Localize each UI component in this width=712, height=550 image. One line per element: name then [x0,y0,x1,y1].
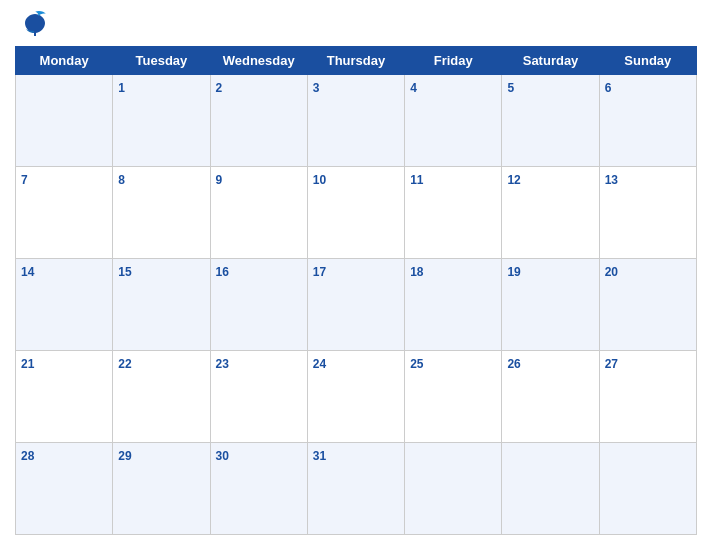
day-number: 6 [605,81,612,95]
calendar-week-2: 78910111213 [16,167,697,259]
calendar-header [15,10,697,38]
calendar-day-8: 8 [113,167,210,259]
day-number: 11 [410,173,423,187]
calendar-day-9: 9 [210,167,307,259]
day-number: 17 [313,265,326,279]
day-number: 12 [507,173,520,187]
day-number: 19 [507,265,520,279]
calendar-day-17: 17 [307,259,404,351]
day-number: 29 [118,449,131,463]
calendar-day-10: 10 [307,167,404,259]
calendar-day-18: 18 [405,259,502,351]
calendar-day-31: 31 [307,443,404,535]
weekday-header-friday: Friday [405,47,502,75]
day-number: 7 [21,173,28,187]
calendar-week-3: 14151617181920 [16,259,697,351]
day-number: 25 [410,357,423,371]
calendar-table: MondayTuesdayWednesdayThursdayFridaySatu… [15,46,697,535]
day-number: 23 [216,357,229,371]
calendar-week-4: 21222324252627 [16,351,697,443]
weekday-header-monday: Monday [16,47,113,75]
calendar-day-27: 27 [599,351,696,443]
calendar-day-4: 4 [405,75,502,167]
day-number: 9 [216,173,223,187]
calendar-day-11: 11 [405,167,502,259]
calendar-day-30: 30 [210,443,307,535]
calendar-day-empty [502,443,599,535]
calendar-day-empty [405,443,502,535]
day-number: 21 [21,357,34,371]
calendar-day-28: 28 [16,443,113,535]
day-number: 24 [313,357,326,371]
calendar-week-5: 28293031 [16,443,697,535]
logo-bird-icon [20,10,50,38]
calendar-day-20: 20 [599,259,696,351]
calendar-day-7: 7 [16,167,113,259]
day-number: 28 [21,449,34,463]
calendar-day-21: 21 [16,351,113,443]
calendar-day-19: 19 [502,259,599,351]
day-number: 27 [605,357,618,371]
day-number: 2 [216,81,223,95]
day-number: 10 [313,173,326,187]
day-number: 4 [410,81,417,95]
calendar-day-26: 26 [502,351,599,443]
day-number: 20 [605,265,618,279]
calendar-day-14: 14 [16,259,113,351]
calendar-day-15: 15 [113,259,210,351]
day-number: 18 [410,265,423,279]
weekday-header-tuesday: Tuesday [113,47,210,75]
logo [20,10,54,38]
day-number: 8 [118,173,125,187]
calendar-day-16: 16 [210,259,307,351]
calendar-day-23: 23 [210,351,307,443]
calendar-day-5: 5 [502,75,599,167]
day-number: 22 [118,357,131,371]
calendar-day-25: 25 [405,351,502,443]
calendar-day-12: 12 [502,167,599,259]
weekday-header-thursday: Thursday [307,47,404,75]
day-number: 14 [21,265,34,279]
calendar-day-empty [16,75,113,167]
calendar-day-24: 24 [307,351,404,443]
day-number: 1 [118,81,125,95]
calendar-day-2: 2 [210,75,307,167]
calendar-day-13: 13 [599,167,696,259]
day-number: 13 [605,173,618,187]
day-number: 26 [507,357,520,371]
day-number: 3 [313,81,320,95]
day-number: 16 [216,265,229,279]
weekday-header-row: MondayTuesdayWednesdayThursdayFridaySatu… [16,47,697,75]
weekday-header-wednesday: Wednesday [210,47,307,75]
calendar-day-6: 6 [599,75,696,167]
day-number: 5 [507,81,514,95]
calendar-day-empty [599,443,696,535]
weekday-header-sunday: Sunday [599,47,696,75]
day-number: 15 [118,265,131,279]
weekday-header-saturday: Saturday [502,47,599,75]
calendar-day-29: 29 [113,443,210,535]
calendar-day-1: 1 [113,75,210,167]
calendar-week-1: 123456 [16,75,697,167]
calendar-day-3: 3 [307,75,404,167]
day-number: 31 [313,449,326,463]
calendar-day-22: 22 [113,351,210,443]
day-number: 30 [216,449,229,463]
